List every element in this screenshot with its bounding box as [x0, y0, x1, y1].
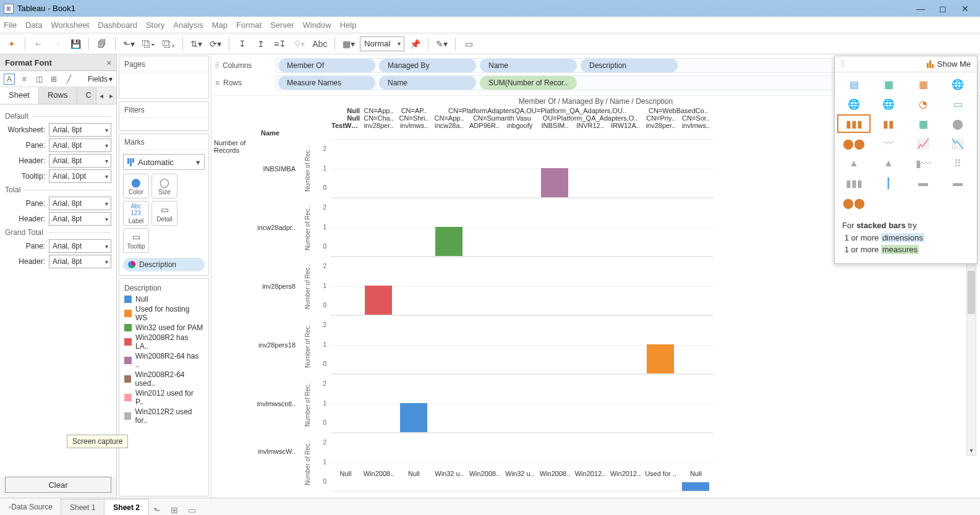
showme-stacked-bar[interactable]: ▮▮▮	[837, 114, 871, 133]
format-tab-prev[interactable]: ◂	[96, 87, 106, 104]
bar[interactable]	[400, 403, 427, 433]
showme-box-plot[interactable]: ┃	[872, 174, 905, 192]
format-tab-columns[interactable]: C	[77, 87, 97, 104]
new-dashboard-icon[interactable]: ⊞	[166, 505, 183, 515]
showme-area-disc[interactable]: ▲	[872, 154, 905, 172]
menu-worksheet[interactable]: Worksheet	[51, 20, 89, 30]
filters-card[interactable]: Filters	[119, 101, 209, 131]
showme-packed-bubble[interactable]: ⬤⬤	[837, 194, 871, 212]
showme-highlight-table[interactable]: ▦	[906, 75, 940, 93]
menu-dashboard[interactable]: Dashboard	[98, 20, 137, 30]
show-me-grip-icon[interactable]: ⦙⦙	[841, 59, 845, 69]
marks-description-pill[interactable]: Description	[123, 258, 205, 271]
showme-dual-combo[interactable]: ▮〰	[906, 154, 940, 172]
menu-format[interactable]: Format	[236, 20, 262, 30]
new-story-icon[interactable]: ▭	[183, 505, 200, 515]
legend-item[interactable]: Win2012 used for P..	[124, 389, 203, 406]
new-datasource-button[interactable]: 🗐	[94, 36, 110, 52]
showme-area-cont[interactable]: ▲	[837, 154, 871, 172]
tab-sheet2[interactable]: Sheet 2	[104, 499, 149, 515]
fmt-gt-pane-select[interactable]: Arial, 8pt	[49, 239, 111, 253]
row-pill-sum-records[interactable]: SUM(Number of Recor..	[480, 76, 577, 90]
showme-symbol-map[interactable]: 🌐	[941, 75, 974, 93]
fmt-total-pane-select[interactable]: Arial, 8pt	[49, 197, 111, 210]
marks-tooltip-button[interactable]: ▭Tooltip	[123, 228, 149, 253]
legend-item[interactable]: Win2008R2-64 has ..	[124, 352, 203, 369]
minimize-button[interactable]: —	[910, 2, 932, 15]
marks-type-select[interactable]: Automatic	[123, 154, 205, 170]
back-button[interactable]: ←	[30, 36, 46, 52]
format-lines-icon[interactable]: ╱	[63, 74, 74, 85]
fmt-gt-header-select[interactable]: Arial, 8pt	[49, 255, 111, 268]
bar[interactable]	[682, 482, 709, 491]
format-fields-dropdown[interactable]: Fields▾	[88, 75, 113, 83]
tableau-logo-icon[interactable]: ✦	[4, 36, 20, 52]
format-tab-next[interactable]: ▸	[106, 87, 116, 104]
showme-text-table[interactable]: ▤	[837, 75, 871, 93]
bar[interactable]	[435, 227, 462, 257]
highlight-format-button[interactable]: ✎▾	[433, 36, 450, 52]
presentation-button[interactable]: ▭	[461, 36, 477, 52]
showme-map[interactable]: 🌐	[837, 95, 871, 113]
legend-item[interactable]: Win2008R2-64 used..	[124, 370, 203, 388]
showme-treemap[interactable]: ▦	[906, 114, 940, 133]
showme-circle[interactable]: ⬤	[941, 114, 974, 133]
showme-line-cont[interactable]: 〰	[872, 134, 905, 153]
menu-story[interactable]: Story	[146, 20, 164, 30]
row-pill-measurenames[interactable]: Measure Names	[278, 76, 375, 90]
new-worksheet-icon[interactable]: ⬑	[148, 505, 166, 515]
new-worksheet-button[interactable]: ⬑▾	[121, 36, 137, 52]
menu-help[interactable]: Help	[340, 20, 357, 30]
forward-button[interactable]: →	[49, 36, 65, 52]
group-button[interactable]: ≡↧	[271, 36, 289, 52]
format-alignment-icon[interactable]: ≡	[19, 74, 30, 85]
view-mode-select[interactable]: Normal	[360, 36, 404, 51]
showme-side-bar[interactable]: ▮▮	[872, 114, 905, 133]
row-pill-name[interactable]: Name	[379, 76, 476, 90]
scroll-down-icon[interactable]: ▼	[967, 446, 976, 455]
clear-sheet-button[interactable]: ⿻ₓ	[160, 36, 177, 52]
refresh-button[interactable]: ⟳▾	[207, 36, 224, 52]
highlight-button[interactable]: ⚲▾	[291, 36, 307, 52]
fmt-header-select[interactable]: Arial, 8pt	[49, 154, 111, 168]
marks-color-button[interactable]: ⬤Color	[123, 174, 149, 198]
legend-item[interactable]: Used for hosting WS	[124, 305, 203, 322]
close-button[interactable]: ✕	[954, 2, 976, 15]
maximize-button[interactable]: ◻	[932, 2, 954, 15]
showme-pie[interactable]: ◔	[906, 95, 940, 113]
showme-hbar[interactable]: ▭	[941, 95, 974, 113]
bar[interactable]	[365, 286, 392, 315]
col-pill-memberof[interactable]: Member Of	[278, 59, 375, 72]
pages-card[interactable]: Pages	[119, 56, 209, 99]
legend-item[interactable]: Win2012R2 used for..	[124, 407, 203, 425]
bar[interactable]	[541, 168, 568, 198]
fmt-total-header-select[interactable]: Arial, 8pt	[49, 212, 111, 226]
menu-file[interactable]: File	[4, 20, 17, 30]
showme-filled-map[interactable]: 🌐	[872, 95, 905, 113]
showme-scatter[interactable]: ⠿	[941, 154, 974, 172]
format-font-icon[interactable]: A	[4, 74, 15, 85]
marks-label-button[interactable]: Abc123Label	[123, 201, 149, 226]
legend-item[interactable]: Win2008R2 has LA..	[124, 333, 203, 351]
showme-histogram[interactable]: ▮▮▮	[837, 174, 871, 192]
showme-dual-line[interactable]: 📉	[941, 134, 974, 153]
format-shading-icon[interactable]: ◫	[33, 74, 45, 85]
scroll-thumb[interactable]	[968, 271, 975, 314]
legend-item[interactable]: Null	[124, 295, 203, 304]
save-button[interactable]: 💾	[67, 36, 83, 52]
showme-gantt[interactable]: ▬	[906, 174, 940, 192]
menu-window[interactable]: Window	[302, 20, 331, 30]
show-me-title[interactable]: Show Me	[937, 59, 971, 69]
format-tab-sheet[interactable]: Sheet	[0, 87, 39, 104]
legend-item[interactable]: Win32 used for PAM	[124, 323, 203, 332]
marks-size-button[interactable]: ◯Size	[151, 174, 177, 198]
showme-side-circle[interactable]: ⬤⬤	[837, 134, 871, 153]
sort-asc-button[interactable]: ↧	[234, 36, 250, 52]
bar[interactable]	[647, 344, 674, 374]
format-panel-close[interactable]: ×	[106, 58, 111, 67]
fmt-worksheet-select[interactable]: Arial, 8pt	[49, 123, 111, 137]
duplicate-button[interactable]: ⿻▾	[140, 36, 158, 52]
showme-bullet[interactable]: ▬	[941, 174, 974, 192]
col-pill-name[interactable]: Name	[480, 59, 577, 72]
labels-button[interactable]: Abc	[310, 36, 330, 52]
